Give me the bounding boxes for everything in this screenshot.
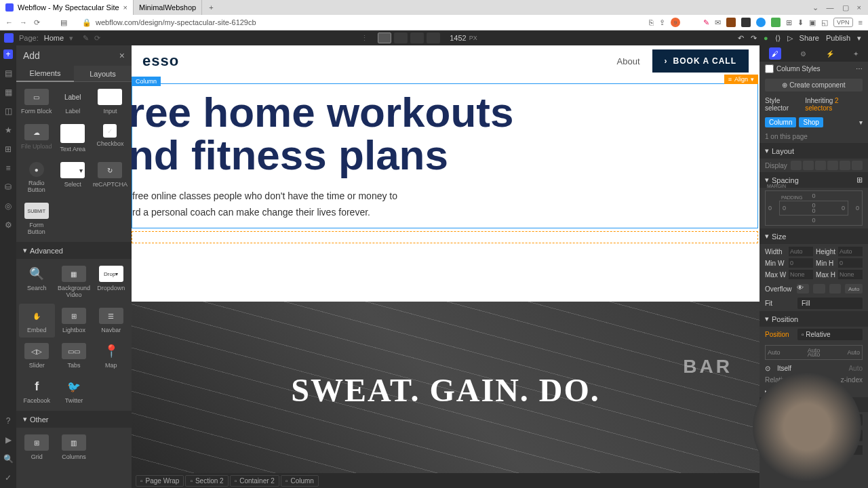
vpn-badge[interactable]: VPN xyxy=(833,18,853,27)
element-bg-video[interactable]: ▦Background Video xyxy=(56,262,92,302)
device-mobile-l[interactable] xyxy=(410,33,424,43)
maximize-icon[interactable]: ▢ xyxy=(842,3,849,12)
overflow-visible[interactable]: 👁 xyxy=(797,284,809,293)
undo-icon[interactable]: ↶ xyxy=(738,34,744,43)
position-select[interactable]: ▫ Relative xyxy=(797,329,863,340)
align-badge[interactable]: ≡ Align ▾ xyxy=(724,75,758,84)
element-form-button[interactable]: SUBMITForm Button xyxy=(19,199,54,239)
minimize-icon[interactable]: — xyxy=(827,3,834,12)
display-inline[interactable] xyxy=(840,161,850,170)
chevron-down-icon[interactable]: ▾ xyxy=(857,34,861,43)
users-icon[interactable]: ◎ xyxy=(3,201,13,211)
overflow-hidden[interactable] xyxy=(813,284,825,293)
save-icon[interactable]: ▣ xyxy=(809,18,816,27)
close-icon[interactable]: × xyxy=(119,50,125,61)
audit-icon[interactable]: ✓ xyxy=(3,473,13,483)
element-tag-column[interactable]: Column xyxy=(132,77,161,86)
fit-select[interactable]: Fill xyxy=(797,298,863,309)
settings-tab-icon[interactable]: ⚙ xyxy=(800,50,806,58)
bc-section[interactable]: ▫ Section 2 xyxy=(185,475,228,487)
ext-icon-2[interactable] xyxy=(741,18,751,27)
width-input[interactable] xyxy=(789,247,813,256)
element-recaptcha[interactable]: ↻reCAPTCHA xyxy=(92,158,129,197)
close-icon[interactable]: × xyxy=(123,3,127,12)
design-canvas[interactable]: esso About › BOOK A CALL Column ≡ Align … xyxy=(132,45,760,473)
section-position[interactable]: ▾ Position xyxy=(760,311,868,327)
address-bar[interactable]: ▤ 🔒 webflow.com/design/my-spectacular-si… xyxy=(60,18,642,27)
effects-tab-icon[interactable]: ✦ xyxy=(853,50,859,58)
element-twitter[interactable]: 🐦Twitter xyxy=(56,374,92,408)
share-button[interactable]: Share xyxy=(800,34,819,42)
browser-tab-active[interactable]: Webflow - My Spectacular Site × xyxy=(0,0,134,15)
pages-icon[interactable]: ▤ xyxy=(3,68,13,78)
reload-icon[interactable]: ⟳ xyxy=(34,18,40,27)
device-mobile[interactable] xyxy=(427,33,440,43)
back-icon[interactable]: ← xyxy=(5,18,13,26)
components-icon[interactable]: ◫ xyxy=(3,106,13,116)
element-tabs[interactable]: ▭▭Tabs xyxy=(56,339,92,373)
create-component-button[interactable]: ⊕ Create component xyxy=(765,79,863,92)
section-advanced[interactable]: ▾ Advanced xyxy=(16,242,132,259)
code-icon[interactable]: ⟨⟩ xyxy=(775,34,781,43)
height-input[interactable] xyxy=(838,247,863,256)
webflow-logo-icon[interactable] xyxy=(4,33,14,43)
navigator-icon[interactable]: ▦ xyxy=(3,87,13,97)
check-icon[interactable]: ● xyxy=(764,34,768,42)
share-icon[interactable]: ⇪ xyxy=(659,18,665,27)
maxh-input[interactable] xyxy=(838,270,863,279)
empty-column[interactable] xyxy=(132,231,758,243)
display-grid[interactable] xyxy=(815,161,826,170)
section-layout[interactable]: ▾ Layout xyxy=(760,143,868,159)
ext-mail-icon[interactable]: ✉ xyxy=(715,18,721,27)
column-styles-checkbox[interactable] xyxy=(765,64,774,73)
bc-page-wrap[interactable]: ▫ Page Wrap xyxy=(136,475,184,487)
chevron-down-icon[interactable]: ⌄ xyxy=(812,3,818,12)
device-tablet[interactable] xyxy=(394,33,408,43)
video-icon[interactable]: ▶ xyxy=(3,435,13,445)
display-none[interactable] xyxy=(852,161,863,170)
pip-icon[interactable]: ◱ xyxy=(821,18,828,27)
close-window-icon[interactable]: × xyxy=(857,3,861,12)
element-label[interactable]: LabelLabel xyxy=(55,85,90,119)
menu-icon[interactable]: ≡ xyxy=(859,18,863,26)
ext-icon-4[interactable] xyxy=(771,18,781,27)
element-file-upload[interactable]: ☁File Upload xyxy=(19,120,54,157)
style-tab-icon[interactable]: 🖌 xyxy=(769,47,781,60)
ext-icon-3[interactable] xyxy=(756,18,766,27)
page-name[interactable]: Home xyxy=(44,34,64,42)
element-lightbox[interactable]: ⊞Lightbox xyxy=(56,304,92,338)
overflow-auto[interactable]: Auto xyxy=(845,284,863,293)
hero-image[interactable]: BAR SWEAT. GAIN. DO. xyxy=(132,302,760,473)
element-navbar[interactable]: ☰Navbar xyxy=(93,304,129,338)
element-select[interactable]: ▾Select xyxy=(55,158,90,197)
class-tag-shop[interactable]: Shop xyxy=(799,117,823,127)
element-map[interactable]: 📍Map xyxy=(93,339,129,373)
help-icon[interactable]: ? xyxy=(3,416,13,426)
section-other[interactable]: ▾ Other xyxy=(16,411,132,428)
element-search[interactable]: 🔍Search xyxy=(19,262,55,302)
display-inline-block[interactable] xyxy=(827,161,838,170)
refresh-icon[interactable]: ⟳ xyxy=(94,34,100,43)
cms-icon[interactable]: ≡ xyxy=(3,163,13,173)
chevron-down-icon[interactable]: ▾ xyxy=(859,119,863,126)
minh-input[interactable] xyxy=(838,258,863,268)
tab-layouts[interactable]: Layouts xyxy=(74,66,132,82)
element-columns[interactable]: ▥Columns xyxy=(56,430,92,464)
element-input[interactable]: Input xyxy=(92,85,129,119)
element-grid[interactable]: ⊞Grid xyxy=(19,430,55,464)
element-facebook[interactable]: fFacebook xyxy=(19,374,55,408)
ext-pen-icon[interactable]: ✎ xyxy=(703,18,709,27)
element-text-area[interactable]: Text Area xyxy=(55,120,90,157)
minw-input[interactable] xyxy=(789,258,813,268)
element-dropdown[interactable]: Drop ▾Dropdown xyxy=(93,262,129,302)
display-flex[interactable] xyxy=(803,161,814,170)
hero-paragraph[interactable]: free online classes people who don't hav… xyxy=(132,188,756,221)
add-icon[interactable]: + xyxy=(3,49,13,59)
blocker-badge[interactable]: 9 xyxy=(671,18,680,27)
assets-icon[interactable]: ⊞ xyxy=(3,144,13,154)
canvas-width[interactable]: 1452 xyxy=(450,34,466,42)
settings-icon[interactable]: ⚙ xyxy=(3,220,13,230)
element-checkbox[interactable]: ✓Checkbox xyxy=(92,120,129,157)
selected-column[interactable]: ree home workouts nd fitness plans free … xyxy=(132,83,758,228)
element-embed[interactable]: ✋Embed xyxy=(19,304,55,338)
